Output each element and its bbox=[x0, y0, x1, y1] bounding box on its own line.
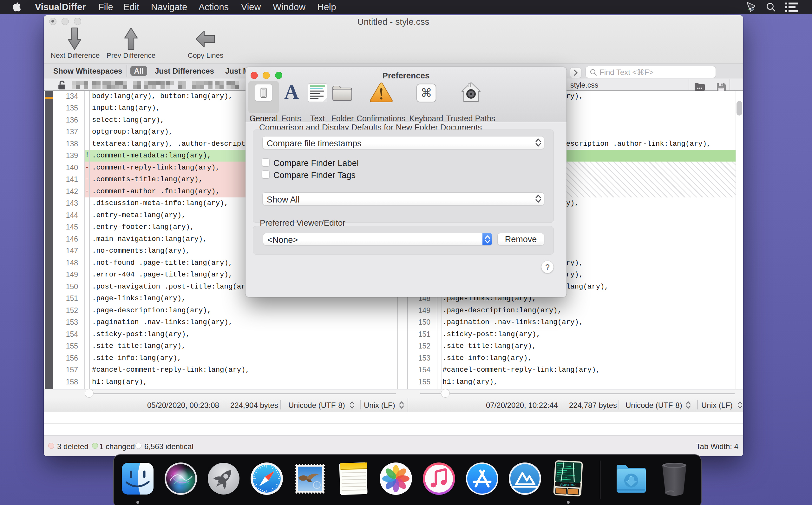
svg-text:⌘: ⌘ bbox=[421, 86, 432, 99]
